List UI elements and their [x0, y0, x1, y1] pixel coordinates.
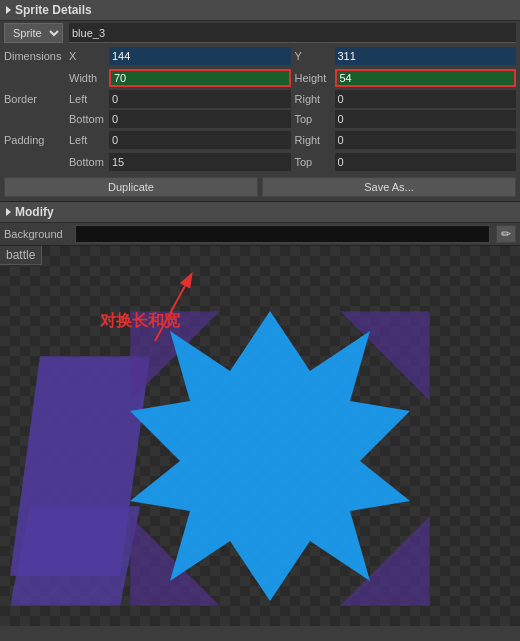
border-bt-row: Bottom Top: [0, 109, 520, 129]
padding-left-label: Left: [69, 134, 107, 146]
action-buttons: Duplicate Save As...: [0, 173, 520, 201]
sprite-details-panel: Sprite Details Sprite Dimensions X Y Wid…: [0, 0, 520, 246]
border-right-input[interactable]: [335, 90, 517, 108]
border-bt-fields: Bottom Top: [69, 110, 516, 128]
background-color-bar[interactable]: [75, 225, 490, 243]
dimensions-label: Dimensions: [4, 50, 69, 62]
border-bottom-input[interactable]: [109, 110, 291, 128]
x-input[interactable]: [109, 47, 291, 65]
padding-right-label: Right: [295, 134, 333, 146]
padding-left-field: Left: [69, 131, 291, 149]
save-as-button[interactable]: Save As...: [262, 177, 516, 197]
width-input[interactable]: [109, 69, 291, 87]
padding-top-field: Top: [295, 153, 517, 171]
x-label: X: [69, 50, 107, 62]
padding-bt-row: Bottom Top: [0, 151, 520, 173]
background-label: Background: [4, 228, 69, 240]
padding-right-input[interactable]: [335, 131, 517, 149]
border-top-field: Top: [295, 110, 517, 128]
battle-label: battle: [0, 246, 42, 265]
dimensions-row: Dimensions X Y: [0, 45, 520, 67]
modify-header: Modify: [0, 202, 520, 223]
duplicate-button[interactable]: Duplicate: [4, 177, 258, 197]
padding-bt-fields: Bottom Top: [69, 153, 516, 171]
modify-title: Modify: [15, 205, 54, 219]
modify-collapse-icon[interactable]: [6, 208, 11, 216]
border-left-input[interactable]: [109, 90, 291, 108]
border-label: Border: [4, 93, 69, 105]
y-label: Y: [295, 50, 333, 62]
dimensions-fields: X Y: [69, 47, 516, 65]
padding-label: Padding: [4, 134, 69, 146]
height-label: Height: [295, 72, 333, 84]
y-input[interactable]: [335, 47, 517, 65]
pencil-button[interactable]: ✏: [496, 225, 516, 243]
padding-bottom-field: Bottom: [69, 153, 291, 171]
purple-left-bottom-shape: [10, 506, 140, 606]
border-right-label: Right: [295, 93, 333, 105]
padding-top-label: Top: [295, 156, 333, 168]
padding-bottom-label: Bottom: [69, 156, 107, 168]
width-field: Width: [69, 69, 291, 87]
blue-star-shape: [130, 311, 410, 601]
padding-left-input[interactable]: [109, 131, 291, 149]
wh-row: Width Height: [0, 67, 520, 89]
sprite-name-input[interactable]: [69, 23, 516, 43]
modify-section: Modify Background ✏: [0, 201, 520, 245]
height-field: Height: [295, 69, 517, 87]
x-field: X: [69, 47, 291, 65]
y-field: Y: [295, 47, 517, 65]
height-input[interactable]: [335, 69, 517, 87]
border-top-label: Top: [295, 113, 333, 125]
padding-lr-fields: Left Right: [69, 131, 516, 149]
border-section: Border Left Right Bottom T: [0, 89, 520, 129]
border-lr-fields: Left Right: [69, 90, 516, 108]
border-top-input[interactable]: [335, 110, 517, 128]
background-row: Background ✏: [0, 223, 520, 245]
border-right-field: Right: [295, 90, 517, 108]
padding-top-input[interactable]: [335, 153, 517, 171]
border-left-label: Left: [69, 93, 107, 105]
panel-title: Sprite Details: [15, 3, 92, 17]
padding-section: Padding Left Right Bottom: [0, 129, 520, 173]
border-lr-row: Border Left Right: [0, 89, 520, 109]
wh-fields: Width Height: [69, 69, 516, 87]
sprite-row: Sprite: [0, 21, 520, 45]
svg-marker-0: [130, 311, 410, 601]
padding-bottom-input[interactable]: [109, 153, 291, 171]
padding-right-field: Right: [295, 131, 517, 149]
border-bottom-field: Bottom: [69, 110, 291, 128]
border-bottom-label: Bottom: [69, 113, 107, 125]
collapse-icon[interactable]: [6, 6, 11, 14]
sprite-details-header: Sprite Details: [0, 0, 520, 21]
canvas-area: battle 对换长和宽: [0, 246, 520, 626]
padding-lr-row: Padding Left Right: [0, 129, 520, 151]
sprite-dropdown[interactable]: Sprite: [4, 23, 63, 43]
width-label: Width: [69, 72, 107, 84]
border-left-field: Left: [69, 90, 291, 108]
